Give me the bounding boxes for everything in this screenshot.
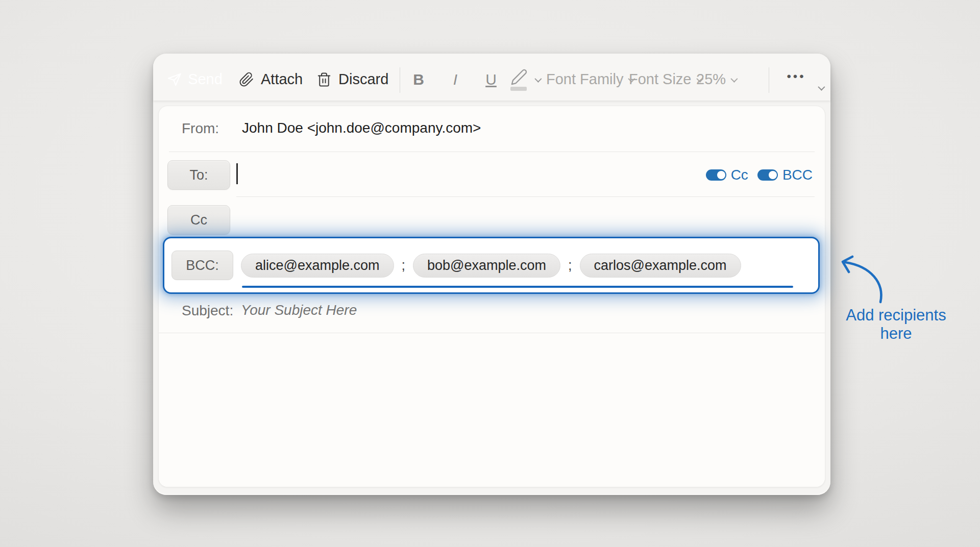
zoom-dropdown[interactable]: 25% [696, 65, 736, 94]
recipient-toggles: Cc BCC [706, 167, 813, 183]
bold-button-label: B [413, 71, 424, 88]
recipient-email: bob@example.com [427, 258, 546, 274]
zoom-value: 25% [696, 71, 726, 88]
email-compose-window: Send Attach [153, 54, 830, 495]
bcc-recipient-list: alice@example.com ; bob@example.com ; ca… [241, 254, 741, 278]
chevron-down-icon [730, 75, 738, 82]
recipient-email: carlos@example.com [594, 258, 727, 274]
recipient-chip[interactable]: bob@example.com [413, 254, 560, 278]
cc-toggle[interactable] [706, 169, 726, 181]
bcc-input-underline [242, 286, 793, 288]
recipient-separator: ; [568, 258, 572, 274]
font-family-dropdown[interactable]: Font Family [546, 65, 633, 94]
cc-toggle-label: Cc [731, 167, 748, 183]
bcc-toggle-group: BCC [757, 167, 813, 183]
attach-button[interactable]: Attach [239, 65, 303, 94]
italic-button-label: I [453, 71, 457, 88]
trash-icon [316, 71, 332, 88]
to-field-underline [236, 196, 815, 197]
annotation-arrow-icon [832, 249, 903, 313]
subject-input-placeholder[interactable]: Your Subject Here [241, 302, 357, 318]
discard-button[interactable]: Discard [316, 65, 388, 94]
divider [169, 152, 815, 152]
bcc-toggle-label: BCC [782, 167, 813, 183]
recipient-email: alice@example.com [255, 258, 380, 274]
cc-field-button[interactable]: Cc [167, 205, 230, 235]
chevron-down-icon [534, 75, 542, 82]
send-button[interactable]: Send [157, 65, 232, 94]
recipient-chip[interactable]: alice@example.com [241, 254, 394, 278]
to-label: To: [189, 167, 208, 183]
attach-button-label: Attach [261, 71, 303, 88]
message-body-input[interactable] [159, 333, 825, 487]
bcc-label: BCC: [186, 258, 219, 274]
underline-button-label: U [485, 71, 497, 88]
font-size-dropdown[interactable]: Font Size [629, 65, 702, 94]
font-family-label: Font Family [546, 71, 623, 88]
annotation-text: Add recipients here [841, 306, 951, 343]
ellipsis-icon: ••• [787, 69, 805, 84]
toolbar-separator [400, 67, 400, 93]
annotation-line-2: here [841, 325, 951, 343]
cc-label: Cc [190, 212, 207, 228]
annotation-line-1: Add recipients [841, 306, 951, 325]
paperclip-icon [239, 71, 254, 88]
bcc-toggle[interactable] [757, 169, 778, 181]
underline-button[interactable]: U [479, 65, 503, 94]
compose-toolbar: Send Attach [153, 54, 830, 101]
toggle-knob [769, 171, 777, 179]
discard-button-label: Discard [338, 71, 388, 88]
from-value: John Doe <john.doe@company.com> [242, 120, 481, 136]
highlighter-button[interactable] [510, 65, 548, 94]
from-label: From: [182, 120, 219, 137]
highlighter-pen-icon [510, 68, 530, 91]
text-cursor [236, 163, 238, 184]
toolbar-separator [769, 67, 769, 93]
italic-button[interactable]: I [443, 65, 468, 94]
desktop-background: Send Attach [0, 0, 980, 547]
recipient-chip[interactable]: carlos@example.com [580, 254, 741, 278]
chevron-down-icon [818, 84, 825, 91]
compose-form: From: John Doe <john.doe@company.com> To… [158, 106, 825, 487]
send-button-label: Send [188, 71, 223, 88]
more-options-button[interactable]: ••• [780, 65, 813, 88]
bold-button[interactable]: B [406, 65, 431, 94]
toolbar-expand-button[interactable] [812, 80, 830, 95]
send-plane-icon [166, 72, 182, 87]
toggle-knob [717, 171, 725, 179]
bcc-field-button[interactable]: BCC: [172, 251, 233, 280]
bcc-field-highlighted[interactable]: BCC: alice@example.com ; bob@example.com… [163, 237, 820, 294]
to-field-button[interactable]: To: [167, 160, 230, 190]
highlighter-color-swatch [510, 87, 527, 91]
recipient-separator: ; [402, 258, 406, 274]
subject-label: Subject: [182, 303, 233, 319]
font-size-label: Font Size [629, 71, 692, 88]
cc-toggle-group: Cc [706, 167, 748, 183]
